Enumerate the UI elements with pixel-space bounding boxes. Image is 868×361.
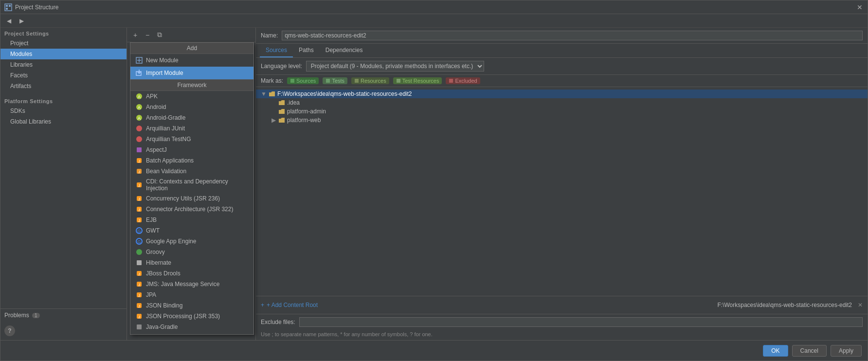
sidebar-item-facets[interactable]: Facets: [0, 70, 127, 81]
tab-dependencies[interactable]: Dependencies: [320, 44, 369, 57]
cancel-button[interactable]: Cancel: [792, 345, 827, 357]
project-settings-header: Project Settings: [0, 28, 127, 38]
framework-item-android-gradle[interactable]: AAndroid-Gradle: [130, 112, 253, 123]
framework-label-json-binding: JSON Binding: [146, 302, 182, 309]
framework-item-jboss-drools[interactable]: JJBoss Drools: [130, 268, 253, 279]
sidebar-item-artifacts[interactable]: Artifacts: [0, 81, 127, 91]
framework-label-json-processing: JSON Processing (JSR 353): [146, 313, 220, 320]
new-module-item[interactable]: New Module: [130, 54, 253, 67]
apply-button[interactable]: Apply: [831, 345, 862, 357]
window-title: Project Structure: [15, 4, 856, 11]
sidebar-item-sdks[interactable]: SDKs: [0, 106, 127, 116]
framework-item-apk[interactable]: AAPK: [130, 91, 253, 102]
framework-item-bean-validation[interactable]: JBean Validation: [130, 166, 253, 177]
framework-item-batch-apps[interactable]: JBatch Applications: [130, 155, 253, 166]
exclude-label: Exclude files:: [261, 319, 295, 325]
framework-item-aspectj[interactable]: AspectJ: [130, 144, 253, 155]
tree-idea-item[interactable]: .idea: [256, 98, 868, 107]
svg-rect-61: [326, 79, 330, 83]
framework-item-jpa[interactable]: JJPA: [130, 289, 253, 300]
forward-button[interactable]: ▶: [16, 16, 27, 26]
framework-item-google-app-engine[interactable]: GGoogle App Engine: [130, 236, 253, 247]
svg-rect-1: [6, 5, 8, 7]
svg-text:J: J: [138, 183, 140, 188]
framework-item-hibernate[interactable]: Hibernate: [130, 257, 253, 268]
framework-item-cdi[interactable]: JCDI: Contexts and Dependency Injection: [130, 177, 253, 193]
svg-rect-17: [137, 147, 142, 152]
sidebar-item-project[interactable]: Project: [0, 38, 127, 49]
framework-label-ejb: EJB: [146, 217, 157, 223]
mark-tests-badge[interactable]: Tests: [323, 77, 347, 84]
framework-icon-ejb: J: [135, 216, 143, 224]
svg-text:J: J: [138, 272, 140, 276]
mark-resources-badge[interactable]: Resources: [351, 77, 389, 84]
ok-button[interactable]: OK: [763, 345, 788, 357]
framework-item-arquillian-testng[interactable]: Arquillian TestNG: [130, 134, 253, 144]
back-button[interactable]: ◀: [3, 16, 14, 26]
framework-item-java-gradle[interactable]: Java-Gradle: [130, 322, 253, 332]
tree-toggle[interactable]: ▼: [261, 90, 267, 97]
framework-item-jms[interactable]: JJMS: Java Message Service: [130, 279, 253, 289]
svg-point-16: [136, 136, 142, 142]
sidebar-item-label: Global Libraries: [10, 118, 51, 125]
framework-item-connector-arch[interactable]: JConnector Architecture (JSR 322): [130, 204, 253, 215]
framework-item-json-binding[interactable]: JJSON Binding: [130, 300, 253, 311]
framework-item-concurrency-utils[interactable]: JConcurrency Utils (JSR 236): [130, 193, 253, 204]
framework-item-gwt[interactable]: GGWT: [130, 225, 253, 236]
content-area: Project Settings Project Modules Librari…: [0, 28, 868, 340]
language-level-label: Language level:: [261, 63, 302, 70]
add-popup-header: Add: [130, 43, 253, 54]
framework-item-json-processing[interactable]: JJSON Processing (JSR 353): [130, 311, 253, 322]
exclude-bar: Exclude files:: [256, 314, 868, 330]
sidebar-item-label: Facets: [10, 72, 28, 79]
tree-root-item[interactable]: ▼ F:\Workspaces\idea\qms-web-static-reso…: [256, 90, 868, 98]
tabs-bar: Sources Paths Dependencies: [256, 44, 868, 58]
framework-item-groovy[interactable]: Groovy: [130, 247, 253, 257]
add-button[interactable]: +: [130, 30, 141, 40]
plus-icon: +: [261, 302, 264, 308]
name-input[interactable]: [282, 31, 863, 40]
sidebar-problems[interactable]: Problems 1: [0, 308, 127, 322]
title-bar: Project Structure ✕: [0, 0, 868, 14]
svg-text:A: A: [138, 105, 141, 110]
svg-text:A: A: [138, 116, 141, 121]
add-content-root-button[interactable]: + + Add Content Root: [261, 302, 318, 308]
tree-platform-admin-item[interactable]: platform-admin: [256, 107, 868, 116]
language-level-select[interactable]: Project default (9 - Modules, private me…: [306, 61, 484, 72]
framework-label-google-app-engine: Google App Engine: [146, 238, 196, 245]
mark-sources-badge[interactable]: Sources: [287, 77, 319, 84]
framework-icon-arquillian-testng: [135, 135, 143, 143]
framework-label-arquillian-junit: Arquillian JUnit: [146, 125, 185, 132]
copy-button[interactable]: ⧉: [154, 30, 165, 40]
problems-label: Problems: [4, 312, 29, 319]
new-module-icon: [135, 56, 143, 64]
framework-label-arquillian-testng: Arquillian TestNG: [146, 136, 191, 143]
sidebar-item-global-libraries[interactable]: Global Libraries: [0, 116, 127, 127]
close-button[interactable]: ✕: [856, 3, 864, 11]
help-button[interactable]: ?: [4, 325, 15, 336]
content-root-close-button[interactable]: ✕: [858, 302, 863, 308]
exclude-input[interactable]: [299, 317, 863, 327]
svg-rect-62: [355, 79, 359, 83]
mark-excluded-badge[interactable]: Excluded: [446, 77, 480, 84]
sidebar-item-libraries[interactable]: Libraries: [0, 59, 127, 70]
framework-list: AAPKAAndroidAAndroid-GradleArquillian JU…: [130, 91, 253, 334]
mark-test-resources-badge[interactable]: Test Resources: [393, 77, 442, 84]
framework-item-ejb[interactable]: JEJB: [130, 215, 253, 225]
tab-sources[interactable]: Sources: [260, 44, 293, 57]
tab-paths[interactable]: Paths: [293, 44, 320, 57]
framework-label-jpa: JPA: [146, 291, 156, 298]
name-bar: Name:: [256, 28, 868, 44]
import-module-item[interactable]: Import Module: [130, 67, 253, 79]
tree-platform-web-item[interactable]: ▶ platform-web: [256, 116, 868, 125]
framework-item-arquillian-junit[interactable]: Arquillian JUnit: [130, 123, 253, 134]
sidebar-item-label: Modules: [10, 51, 32, 57]
problems-badge: 1: [32, 313, 40, 318]
framework-item-android[interactable]: AAndroid: [130, 102, 253, 112]
tree-toggle[interactable]: ▶: [271, 117, 276, 124]
remove-button[interactable]: −: [142, 30, 153, 40]
platform-settings-header: Platform Settings: [0, 95, 127, 106]
sidebar-item-modules[interactable]: Modules: [0, 49, 127, 59]
framework-item-javaee-app[interactable]: JJavaEE Application: [130, 332, 253, 334]
tree-idea-label: .idea: [287, 99, 300, 106]
